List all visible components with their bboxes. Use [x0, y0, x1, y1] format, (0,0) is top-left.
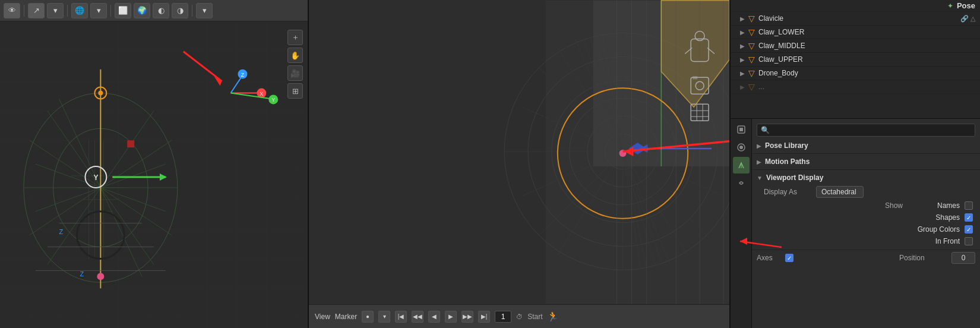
toolbar-sep-3	[110, 5, 111, 17]
section-divider-2	[752, 169, 980, 170]
bone-name-claw-upper: Claw_UPPER	[758, 55, 975, 64]
timeline-next-frame-btn[interactable]: ▶▶	[461, 311, 473, 323]
bone-item-clavicle[interactable]: ▶ ▽ Clavicle 🔗 △	[731, 12, 980, 26]
bone-name-clavicle: Clavicle	[758, 14, 957, 23]
tool-grid-btn[interactable]: ⊞	[287, 83, 303, 99]
toolbar-gizmo-dropdown[interactable]: ▾	[47, 3, 64, 18]
bone-item-claw-upper[interactable]: ▶ ▽ Claw_UPPER	[731, 53, 980, 67]
bone-icon-claw-middle: ▽	[748, 41, 755, 51]
toolbar-viewport-shading-mat[interactable]: ◐	[153, 3, 169, 18]
section-header-motion-paths[interactable]: ▶ Motion Paths	[752, 155, 980, 168]
section-header-viewport-display[interactable]: ▼ Viewport Display	[752, 171, 980, 184]
svg-text:Y: Y	[271, 97, 275, 103]
section-title-viewport-display: Viewport Display	[766, 174, 823, 182]
view-label[interactable]: View	[315, 313, 330, 321]
viewport-middle: View Marker ● ▾ |◀ ◀◀ ◀ ▶ ▶▶ ▶| 1 ⏱ Star…	[309, 0, 731, 328]
properties-panel: 🔍 ▶ Pose Library ▶ Motion Paths ▼ Viewpo…	[731, 119, 980, 328]
group-colors-label: Group Colors	[918, 225, 960, 234]
display-as-value[interactable]: Octahedral	[816, 186, 864, 198]
viewport-canvas-middle	[309, 0, 729, 304]
bone-arrow-clavicle: ▶	[740, 15, 745, 22]
bone-item-claw-middle[interactable]: ▶ ▽ Claw_MIDDLE	[731, 39, 980, 53]
timeline-start-label: Start	[527, 313, 542, 321]
in-front-row: In Front	[752, 235, 980, 247]
toolbar-render-mode-btn[interactable]: ⬜	[115, 3, 131, 18]
search-bar[interactable]: 🔍	[757, 124, 975, 137]
names-checkbox[interactable]	[965, 201, 973, 210]
props-content: 🔍 ▶ Pose Library ▶ Motion Paths ▼ Viewpo…	[752, 119, 980, 328]
timeline-frame-number[interactable]: 1	[495, 311, 511, 323]
shapes-checkbox[interactable]	[965, 213, 973, 222]
in-front-checkbox[interactable]	[965, 237, 973, 245]
bone-extra-clavicle: 🔗 △	[960, 15, 975, 23]
prop-icon-constraints[interactable]	[733, 175, 750, 191]
timeline-jump-end-btn[interactable]: ▶|	[478, 311, 490, 323]
bone-list: ✦ Pose ▶ ▽ Clavicle 🔗 △ ▶ ▽ Claw_LOWER ▶…	[731, 0, 980, 119]
toolbar-sep-1	[24, 5, 24, 17]
pose-label: Pose	[957, 1, 975, 10]
svg-point-59	[97, 273, 104, 280]
toolbar-more-btn[interactable]: ▾	[196, 3, 213, 18]
show-label: Show	[885, 201, 932, 210]
svg-text:Z: Z	[59, 228, 64, 235]
toolbar-viewport-shading-solid[interactable]: 🌍	[134, 3, 150, 18]
svg-point-118	[739, 146, 743, 149]
timeline-clock-icon: ⏱	[516, 313, 523, 320]
svg-rect-116	[739, 128, 743, 131]
svg-rect-109	[693, 76, 697, 79]
bone-item-claw-lower[interactable]: ▶ ▽ Claw_LOWER	[731, 26, 980, 39]
pose-header: ✦ Pose	[731, 0, 980, 12]
section-title-motion-paths: Motion Paths	[765, 157, 810, 166]
section-arrow-viewport-display: ▼	[757, 175, 763, 181]
bone-arrow-claw-upper: ▶	[740, 56, 745, 63]
toolbar-viewport-shading-rend[interactable]: ◑	[172, 3, 188, 18]
bone-icon-clavicle: ▽	[748, 14, 755, 23]
viewport-canvas-left: Y Z X Y Z Z	[0, 21, 308, 328]
in-front-label: In Front	[935, 237, 960, 245]
section-arrow-pose-library: ▶	[757, 143, 761, 149]
display-as-label: Display As	[764, 188, 811, 196]
toolbar-sep-2	[67, 5, 68, 17]
toolbar-overlay-dropdown[interactable]: ▾	[90, 3, 107, 18]
section-divider-1	[752, 153, 980, 154]
prop-icon-object-data[interactable]	[733, 121, 750, 138]
section-title-pose-library: Pose Library	[765, 141, 808, 150]
timeline-jump-start-btn[interactable]: |◀	[395, 311, 407, 323]
timeline-bar: View Marker ● ▾ |◀ ◀◀ ◀ ▶ ▶▶ ▶| 1 ⏱ Star…	[309, 304, 729, 328]
bone-name-drone-body: Drone_Body	[758, 69, 975, 77]
toolbar-overlay-btn[interactable]: 🌐	[71, 3, 88, 18]
viewport-tools-right: ＋ ✋ 🎥 ⊞	[287, 30, 303, 99]
prop-icon-viewport[interactable]	[733, 139, 750, 156]
group-colors-checkbox[interactable]	[965, 225, 973, 234]
panel-right: ✦ Pose ▶ ▽ Clavicle 🔗 △ ▶ ▽ Claw_LOWER ▶…	[731, 0, 980, 328]
axes-label: Axes	[757, 254, 780, 262]
toolbar-viewport-display-btn[interactable]: 👁	[4, 3, 20, 18]
timeline-dropdown-btn[interactable]: ▾	[378, 311, 390, 323]
position-value[interactable]: 0	[951, 252, 975, 264]
shapes-label: Shapes	[935, 213, 960, 222]
bone-icon-claw-upper: ▽	[748, 55, 755, 64]
timeline-prev-frame-btn[interactable]: ◀	[428, 311, 440, 323]
show-row: Show Names	[752, 200, 980, 212]
search-input[interactable]	[772, 126, 971, 134]
tool-camera-btn[interactable]: 🎥	[287, 65, 303, 81]
search-icon: 🔍	[761, 126, 770, 134]
display-as-row: Display As Octahedral	[752, 184, 980, 200]
timeline-record-btn[interactable]: ●	[362, 311, 374, 323]
tool-hand-btn[interactable]: ✋	[287, 48, 303, 63]
position-label: Position	[899, 254, 947, 262]
timeline-play-btn[interactable]: ▶	[445, 311, 457, 323]
svg-text:Z: Z	[241, 72, 245, 78]
tool-zoom-btn[interactable]: ＋	[287, 30, 303, 45]
toolbar-gizmo-btn[interactable]: ↗	[28, 3, 45, 18]
bone-item-drone-body[interactable]: ▶ ▽ Drone_Body	[731, 67, 980, 80]
section-header-pose-library[interactable]: ▶ Pose Library	[752, 139, 980, 152]
marker-label[interactable]: Marker	[335, 313, 357, 321]
svg-text:Z: Z	[80, 270, 84, 277]
svg-point-41	[98, 91, 103, 96]
viewport-left: 👁 ↗ ▾ 🌐 ▾ ⬜ 🌍 ◐ ◑ ▾	[0, 0, 309, 328]
timeline-prev-key-btn[interactable]: ◀◀	[412, 311, 423, 323]
bone-name-claw-lower: Claw_LOWER	[758, 28, 975, 36]
axes-checkbox[interactable]	[785, 254, 794, 262]
prop-icon-bone[interactable]	[733, 157, 750, 174]
